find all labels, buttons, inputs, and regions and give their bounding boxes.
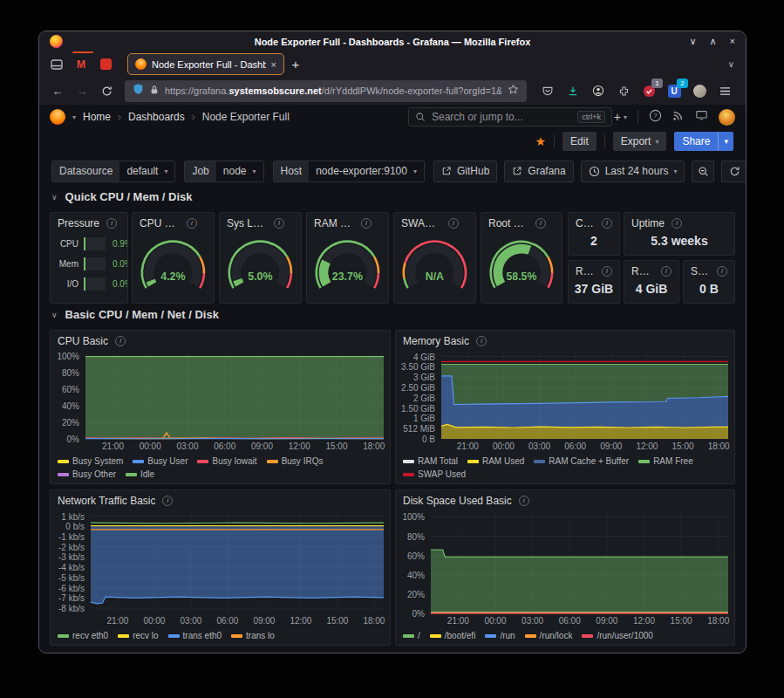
legend-item[interactable]: recv lo bbox=[118, 630, 158, 642]
svg-text:?: ? bbox=[653, 112, 658, 120]
share-dropdown-icon[interactable]: ▾ bbox=[718, 132, 733, 151]
tracking-shield-icon[interactable] bbox=[133, 83, 144, 99]
pocket-icon[interactable] bbox=[539, 82, 556, 99]
user-avatar[interactable] bbox=[719, 109, 735, 126]
section-basic-cpu-mem-net-disk[interactable]: ∨ Basic CPU / Mem / Net / Disk bbox=[51, 308, 219, 321]
grafana-link-button[interactable]: Grafana bbox=[504, 161, 573, 182]
info-icon[interactable]: i bbox=[602, 266, 612, 277]
info-icon[interactable]: i bbox=[535, 218, 546, 229]
gauge: 23.7% bbox=[307, 231, 388, 303]
legend-item[interactable]: SWAP Used bbox=[403, 469, 466, 481]
info-icon[interactable]: i bbox=[448, 218, 459, 229]
info-icon[interactable]: i bbox=[672, 218, 682, 229]
org-chevron-icon[interactable]: ▾ bbox=[72, 113, 76, 121]
extension-red-icon[interactable]: 1 bbox=[640, 82, 658, 99]
legend-item[interactable]: Busy Iowait bbox=[197, 455, 256, 468]
panel-uptime: Uptimei 5.3 weeks bbox=[624, 212, 735, 256]
legend-item[interactable]: Idle bbox=[126, 469, 154, 481]
url-bar[interactable]: https://grafana.systemsobscure.net/d/rYd… bbox=[125, 80, 527, 102]
time-range-picker[interactable]: Last 24 hours▾ bbox=[581, 161, 685, 182]
reload-button[interactable] bbox=[95, 80, 118, 101]
export-button[interactable]: Export▾ bbox=[613, 132, 667, 151]
section-quick-cpu-mem-disk[interactable]: ∨ Quick CPU / Mem / Disk bbox=[51, 190, 193, 203]
network-traffic-plot[interactable] bbox=[91, 513, 384, 613]
info-icon[interactable]: i bbox=[274, 218, 284, 229]
breadcrumb-home[interactable]: Home bbox=[83, 111, 111, 123]
downloads-icon[interactable] bbox=[564, 82, 582, 99]
info-icon[interactable]: i bbox=[661, 266, 672, 277]
gmail-icon: M bbox=[77, 58, 85, 71]
legend-item[interactable]: RAM Total bbox=[403, 455, 458, 468]
active-tab[interactable]: Node Exporter Full - Dashbo × bbox=[127, 53, 284, 75]
tab-close-icon[interactable]: × bbox=[271, 59, 276, 70]
svg-text:5.0%: 5.0% bbox=[248, 271, 272, 284]
legend-item[interactable]: RAM Cache + Buffer bbox=[534, 455, 629, 468]
legend-item[interactable]: trans eth0 bbox=[168, 630, 222, 642]
firefox-view-icon[interactable] bbox=[45, 54, 68, 75]
legend-item[interactable]: / bbox=[403, 630, 420, 642]
info-icon[interactable]: i bbox=[717, 266, 727, 277]
legend-item[interactable]: /run bbox=[485, 630, 515, 642]
legend-item[interactable]: /run/user/1000 bbox=[582, 630, 653, 642]
info-icon[interactable]: i bbox=[602, 218, 612, 229]
legend-item[interactable]: Busy IRQs bbox=[267, 455, 324, 468]
breadcrumb-dashboards[interactable]: Dashboards bbox=[128, 111, 185, 123]
tab-list-chevron-icon[interactable]: ∨ bbox=[728, 59, 740, 69]
pinned-tab-red[interactable] bbox=[94, 54, 118, 75]
extensions-puzzle-icon[interactable] bbox=[615, 82, 632, 99]
info-icon[interactable]: i bbox=[187, 218, 197, 229]
github-link-button[interactable]: GitHub bbox=[433, 161, 497, 182]
legend-item[interactable]: RAM Used bbox=[467, 455, 524, 468]
new-tab-button[interactable]: + bbox=[284, 54, 307, 75]
legend-item[interactable]: Busy System bbox=[58, 455, 123, 468]
menu-hamburger-icon[interactable] bbox=[716, 82, 733, 99]
legend[interactable]: RAM TotalRAM UsedRAM Cache + BufferRAM F… bbox=[396, 453, 734, 483]
cpu-basic-plot[interactable] bbox=[85, 353, 384, 439]
legend-item[interactable]: recv eth0 bbox=[58, 630, 108, 642]
news-rss-icon[interactable] bbox=[672, 109, 685, 125]
legend-item[interactable]: /boot/efi bbox=[430, 630, 476, 642]
forward-button[interactable]: → bbox=[71, 80, 93, 101]
grafana-logo[interactable] bbox=[50, 109, 65, 125]
memory-basic-plot[interactable] bbox=[441, 353, 728, 439]
favorite-star-icon[interactable]: ★ bbox=[535, 134, 546, 148]
info-icon[interactable]: i bbox=[476, 336, 487, 346]
zoom-out-button[interactable] bbox=[692, 161, 714, 182]
minimize-icon[interactable]: ∨ bbox=[689, 37, 696, 46]
info-icon[interactable]: i bbox=[361, 218, 372, 229]
edit-button[interactable]: Edit bbox=[562, 132, 597, 151]
account-icon[interactable] bbox=[590, 82, 607, 99]
legend[interactable]: //boot/efi/run/run/lock/run/user/1000 bbox=[396, 627, 734, 645]
share-button[interactable]: Share ▾ bbox=[674, 132, 733, 151]
refresh-button[interactable]: Refresh 1m▾ bbox=[721, 161, 747, 182]
add-button[interactable]: +▾ bbox=[614, 110, 627, 124]
search-input[interactable]: Search or jump to... ctrl+k bbox=[408, 107, 612, 127]
close-icon[interactable]: × bbox=[730, 37, 735, 46]
chevron-down-icon: ∨ bbox=[51, 193, 58, 202]
datasource-select[interactable]: default▾ bbox=[119, 161, 174, 181]
legend-item[interactable]: RAM Free bbox=[638, 455, 693, 468]
bookmark-star-icon[interactable] bbox=[508, 83, 519, 99]
legend-item[interactable]: /run/lock bbox=[525, 630, 573, 642]
extension-blue-icon[interactable]: U 2 bbox=[665, 82, 683, 99]
lock-icon[interactable] bbox=[150, 83, 159, 99]
host-select[interactable]: node-exporter:9100▾ bbox=[309, 161, 424, 181]
info-icon[interactable]: i bbox=[115, 336, 126, 346]
disk-space-plot[interactable] bbox=[431, 513, 728, 613]
help-icon[interactable]: ? bbox=[649, 109, 662, 126]
info-icon[interactable]: i bbox=[106, 218, 117, 229]
job-select[interactable]: node▾ bbox=[216, 161, 263, 181]
extension-gray-icon[interactable] bbox=[691, 82, 708, 99]
legend-item[interactable]: Busy Other bbox=[58, 469, 116, 481]
legend-item[interactable]: Busy User bbox=[133, 455, 187, 468]
panel-cpu-cores: CPU Coresi 2 bbox=[568, 212, 620, 256]
maximize-icon[interactable]: ∧ bbox=[710, 37, 717, 46]
info-icon[interactable]: i bbox=[519, 496, 529, 506]
back-button[interactable]: ← bbox=[46, 80, 69, 101]
legend[interactable]: Busy SystemBusy UserBusy IowaitBusy IRQs… bbox=[51, 453, 390, 483]
legend-item[interactable]: trans lo bbox=[231, 630, 275, 642]
tv-monitor-icon[interactable] bbox=[695, 109, 708, 125]
info-icon[interactable]: i bbox=[162, 496, 173, 506]
legend[interactable]: recv eth0recv lotrans eth0trans lo bbox=[51, 627, 390, 645]
pinned-tab-gmail[interactable]: M bbox=[69, 54, 92, 75]
